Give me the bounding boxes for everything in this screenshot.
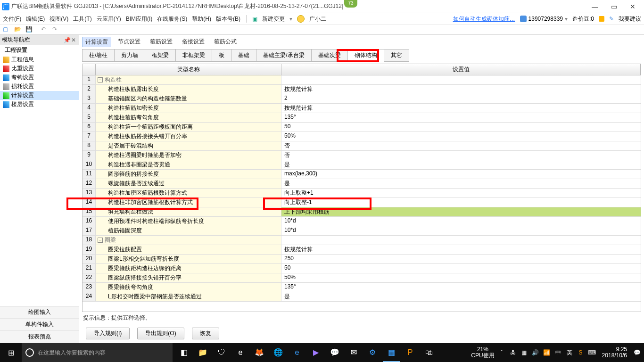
row-value[interactable]: 50 [281,123,641,132]
browser-icon[interactable]: 🌐 [270,343,287,362]
ime-cn[interactable]: 中 [554,349,562,357]
row-value[interactable]: 是 [281,292,641,301]
tab2-column[interactable]: 柱/墙柱 [82,49,115,62]
row-value[interactable]: 按规范计算 [281,104,641,113]
tab2-other[interactable]: 其它 [384,49,409,62]
bell-icon[interactable] [599,16,604,22]
redo-icon[interactable]: ↷ ▾ [52,26,60,33]
row-value[interactable]: 50 [281,264,641,273]
table-row[interactable]: 17植筋锚固深度10*d [83,226,641,236]
360-icon[interactable]: 🛡 [213,343,230,362]
row-value[interactable]: 250 [281,255,641,263]
table-row[interactable]: 5构造柱箍筋弯勾角度135° [83,113,641,123]
sidebar-single-input[interactable]: 单构件输入 [0,319,79,331]
chat-icon[interactable]: 💬 [326,343,343,362]
collapse-icon[interactable]: − [98,77,103,82]
menu-view[interactable]: 视图(V) [50,15,68,23]
menu-cloud[interactable]: 云应用(Y) [97,15,121,23]
pin-icon[interactable]: 📌 [64,37,70,43]
tab2-slab[interactable]: 板 [212,49,231,62]
table-row[interactable]: 22圈梁纵筋搭接接头错开百分率50% [83,273,641,283]
table-row[interactable]: 24L形相交时圈梁中部钢筋是否连续通过是 [83,292,641,302]
app-taskbar-icon[interactable]: ▦ [383,343,400,362]
table-row[interactable]: 3基础锚固区内的构造柱箍筋数量2 [83,94,641,104]
table-row[interactable]: 18−圈梁 [83,236,641,245]
table-row[interactable]: 12螺旋箍筋是否连续通过是 [83,179,641,189]
settings-icon[interactable]: ⚙ [364,343,381,362]
feedback-icon[interactable]: ✎ [609,16,614,22]
tab2-foundation[interactable]: 基础 [231,49,256,62]
tab-calc-settings[interactable]: 计算设置 [82,37,111,47]
sogou-icon[interactable]: S [577,349,585,356]
minimize-button[interactable]: — [586,0,604,13]
sidebar-close-icon[interactable]: ✕ [70,37,77,43]
taskview-icon[interactable]: ◧ [175,343,192,362]
restore-button[interactable]: 恢复 [192,328,219,339]
sidebar-item-floor[interactable]: 楼层设置 [0,100,79,109]
table-row[interactable]: 9构造柱遇圈梁时箍筋是否加密否 [83,151,641,160]
help-link[interactable]: 如何自动生成砌体加筋… [453,15,515,23]
sidebar-item-weight[interactable]: 比重设置 [0,64,79,73]
undo-icon[interactable]: ↶ ▾ [41,26,49,33]
row-value[interactable]: 上下部均采用植筋 [281,207,641,216]
sidebar-item-calc[interactable]: 计算设置 [0,91,79,100]
export-rules-button[interactable]: 导出规则(O) [137,328,184,339]
new-icon[interactable]: ▢ [3,26,10,33]
menu-version[interactable]: 版本号(B) [216,15,240,23]
clock[interactable]: 9:25 2018/10/6 [599,346,630,359]
sidebar-section[interactable]: 工程设置 [0,45,79,55]
table-row[interactable]: 13构造柱加密区箍筋根数计算方式向上取整+1 [83,189,641,198]
ime-en[interactable]: 英 [565,349,574,357]
row-value[interactable] [281,75,641,84]
row-value[interactable]: 否 [281,151,641,160]
sidebar-item-hook[interactable]: 弯钩设置 [0,73,79,82]
row-value[interactable]: 按规范计算 [281,85,641,94]
uc-icon[interactable]: ▶ [307,343,324,362]
tab-stirrup-settings[interactable]: 箍筋设置 [147,37,175,47]
qq-icon[interactable] [297,15,305,23]
notification-icon[interactable]: 💬 [633,349,641,356]
store-icon[interactable]: 🛍 [421,343,438,362]
table-row[interactable]: 16使用预埋件时构造柱端部纵筋弯折长度10*d [83,217,641,226]
tab2-masonry[interactable]: 砌体结构 [347,49,384,62]
user-area[interactable]: 13907298339 ▾ [520,16,568,22]
save-icon[interactable]: 💾 [25,26,33,33]
firefox-icon[interactable]: 🦊 [251,343,268,362]
table-row[interactable]: 6构造柱第一个箍筋距楼板面的距离50 [83,123,641,132]
menu-help[interactable]: 帮助(H) [192,15,211,23]
tab-stirrup-formula[interactable]: 箍筋公式 [211,37,239,47]
ie-icon[interactable]: e [289,343,305,362]
row-value[interactable]: 50% [281,273,641,282]
row-value[interactable]: 向上取整+1 [281,189,641,197]
tray-vol-icon[interactable]: 🔊 [531,349,540,356]
table-row[interactable]: 21圈梁箍筋距构造柱边缘的距离50 [83,264,641,273]
menu-file[interactable]: 文件(F) [3,15,21,23]
feedback-button[interactable]: 我要建议 [619,15,641,23]
menu-bim[interactable]: BIM应用(I) [126,15,153,23]
table-row[interactable]: 11圆形箍筋的搭接长度max(lae,300) [83,170,641,179]
tray-app-icon[interactable]: ▦ [520,349,528,356]
tab-node-settings[interactable]: 节点设置 [115,37,143,47]
menu-online[interactable]: 在线服务(S) [157,15,187,23]
import-rules-button[interactable]: 导入规则(I) [86,328,130,339]
taskbar-search[interactable]: 在这里输入你要搜索的内容 [22,343,173,362]
tray-net-icon[interactable]: 🖧 [509,349,517,356]
row-value[interactable]: 否 [281,141,641,150]
new-change-button[interactable]: 新建变更 [262,15,285,23]
table-row[interactable]: 15填充墙构造柱做法上下部均采用植筋 [83,207,641,217]
sidebar-draw-input[interactable]: 绘图输入 [0,306,79,319]
row-value[interactable]: 135° [281,283,641,292]
close-button[interactable]: ✕ [623,0,642,13]
table-row[interactable]: 7构造柱纵筋搭接接头错开百分率50% [83,132,641,141]
table-row[interactable]: 14构造柱非加密区箍筋根数计算方式向上取整-1 [83,198,641,207]
collapse-icon[interactable]: − [98,238,103,243]
row-value[interactable]: 按规范计算 [281,245,641,254]
ppt-icon[interactable]: P [402,343,419,362]
edge-icon[interactable]: e [232,343,249,362]
table-row[interactable]: 8是否属于砖混结构否 [83,141,641,151]
row-value[interactable]: 135° [281,113,641,122]
row-value[interactable] [281,236,641,245]
table-row[interactable]: 20圈梁L形相交斜加筋弯折长度250 [83,255,641,264]
row-value[interactable]: 向上取整-1 [281,198,641,207]
menu-tools[interactable]: 工具(T) [73,15,91,23]
